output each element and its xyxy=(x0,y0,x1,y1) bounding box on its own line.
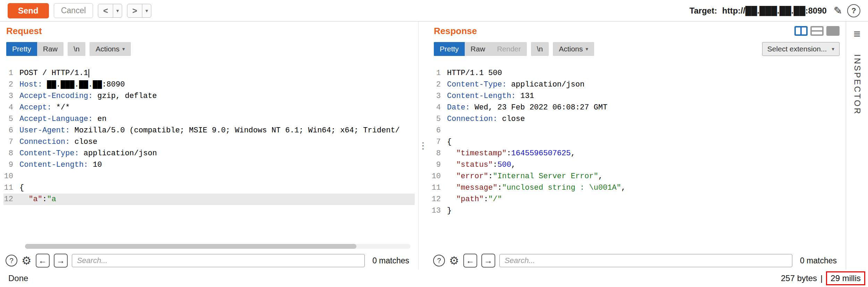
code-line: 1POST / HTTP/1.1 xyxy=(3,67,415,79)
cancel-button[interactable]: Cancel xyxy=(54,3,93,18)
response-tabs: Pretty Raw Render \n Actions ▾ xyxy=(434,42,594,56)
request-tabs: Pretty Raw \n Actions ▾ xyxy=(6,42,131,56)
line-number: 11 xyxy=(3,182,19,194)
line-number: 5 xyxy=(431,113,447,125)
line-content: { xyxy=(447,136,452,148)
line-number: 7 xyxy=(3,136,19,148)
code-line: 10 "error":"Internal Server Error", xyxy=(431,171,842,182)
line-number: 3 xyxy=(3,90,19,102)
code-line: 10 xyxy=(3,171,415,182)
back-button[interactable]: < ▾ xyxy=(98,4,122,18)
response-size: 257 bytes xyxy=(781,273,817,283)
search-settings-gear-icon[interactable]: ⚙ xyxy=(22,255,32,266)
send-button[interactable]: Send xyxy=(8,3,49,18)
tab-render[interactable]: Render xyxy=(491,42,527,56)
actions-label: Actions xyxy=(95,45,119,53)
edit-target-pencil-icon[interactable]: ✎ xyxy=(834,5,842,17)
code-line: 7{ xyxy=(431,136,842,148)
inspector-sidebar[interactable]: ≡ INSPECTOR xyxy=(846,22,868,270)
status-bar: Done 257 bytes | 29 millis xyxy=(0,270,868,287)
line-number: 6 xyxy=(431,125,447,136)
search-settings-gear-icon[interactable]: ⚙ xyxy=(449,255,459,266)
line-number: 8 xyxy=(3,148,19,159)
line-content: Content-Length: 131 xyxy=(447,90,534,102)
line-content: "timestamp":1645596507625, xyxy=(447,148,575,159)
line-number: 1 xyxy=(431,67,447,79)
line-number: 8 xyxy=(431,148,447,159)
response-editor[interactable]: 1HTTP/1.1 5002Content-Type: application/… xyxy=(431,58,842,252)
layout-rows-button[interactable] xyxy=(810,26,824,36)
code-line: 9Content-Length: 10 xyxy=(3,159,415,171)
line-number: 2 xyxy=(431,79,447,90)
line-number: 9 xyxy=(431,159,447,171)
inspector-label[interactable]: INSPECTOR xyxy=(852,54,862,115)
line-content: Accept-Language: en xyxy=(19,113,107,125)
layout-columns-button[interactable] xyxy=(794,26,808,36)
layout-single-button[interactable] xyxy=(826,26,840,36)
response-search-bar: ? ⚙ ← → 0 matches xyxy=(431,252,842,270)
actions-label: Actions xyxy=(559,45,583,53)
search-prev-button[interactable]: ← xyxy=(463,254,477,268)
top-toolbar: Send Cancel < ▾ > ▾ Target: http://██.██… xyxy=(0,0,868,22)
line-content: Accept: */* xyxy=(19,102,70,113)
chevron-down-icon: ▾ xyxy=(122,46,125,52)
repeater-window: Send Cancel < ▾ > ▾ Target: http://██.██… xyxy=(0,0,868,287)
request-editor-wrap: 1POST / HTTP/1.12Host: ██.███.██.██:8090… xyxy=(3,58,415,252)
tab-pretty[interactable]: Pretty xyxy=(6,42,37,56)
line-number: 9 xyxy=(3,159,19,171)
response-search-input[interactable] xyxy=(499,254,792,267)
search-help-icon[interactable]: ? xyxy=(6,255,17,266)
line-number: 4 xyxy=(431,102,447,113)
line-content: Content-Type: application/json xyxy=(19,148,157,159)
line-content: Content-Type: application/json xyxy=(447,79,584,90)
request-title: Request xyxy=(6,26,42,36)
code-line: 13} xyxy=(431,205,842,216)
status-separator: | xyxy=(820,273,823,283)
forward-arrow-icon: > xyxy=(127,4,142,17)
code-line: 4Date: Wed, 23 Feb 2022 06:08:27 GMT xyxy=(431,102,842,113)
code-line: 3Accept-Encoding: gzip, deflate xyxy=(3,90,415,102)
splitter-handle-icon: ⋮ xyxy=(419,140,428,151)
tab-newline-toggle[interactable]: \n xyxy=(531,42,549,56)
response-panel-header: Response xyxy=(431,22,842,40)
status-metrics: 257 bytes | 29 millis xyxy=(781,271,865,285)
code-line: 2Host: ██.███.██.██:8090 xyxy=(3,79,415,90)
response-title: Response xyxy=(434,26,477,36)
request-editor[interactable]: 1POST / HTTP/1.12Host: ██.███.██.██:8090… xyxy=(3,58,415,252)
response-panel: Response Pretty Raw Render \n Actio xyxy=(428,22,846,270)
chevron-down-icon[interactable]: ▾ xyxy=(113,4,122,17)
chevron-down-icon[interactable]: ▾ xyxy=(142,4,151,17)
line-content: User-Agent: Mozilla/5.0 (compatible; MSI… xyxy=(19,125,400,136)
line-content: HTTP/1.1 500 xyxy=(447,67,502,79)
forward-button[interactable]: > ▾ xyxy=(127,4,151,18)
search-help-icon[interactable]: ? xyxy=(433,255,445,266)
target-label: Target: xyxy=(690,6,717,15)
request-search-input[interactable] xyxy=(72,254,365,267)
layout-view-buttons xyxy=(794,26,840,36)
request-view-tab-group: Pretty Raw xyxy=(6,42,64,56)
panel-splitter[interactable]: ⋮ xyxy=(418,22,428,270)
code-line: 3Content-Length: 131 xyxy=(431,90,842,102)
inspector-menu-icon[interactable]: ≡ xyxy=(854,28,861,40)
line-number: 13 xyxy=(431,205,447,216)
help-icon[interactable]: ? xyxy=(847,4,860,17)
select-extension-dropdown[interactable]: Select extension... ▾ xyxy=(762,42,840,56)
request-search-bar: ? ⚙ ← → 0 matches xyxy=(3,252,415,270)
actions-menu-button[interactable]: Actions ▾ xyxy=(553,42,594,56)
search-next-button[interactable]: → xyxy=(481,254,495,268)
request-panel: Request Pretty Raw \n Actions ▾ 1POST / … xyxy=(0,22,418,270)
code-line: 8 "timestamp":1645596507625, xyxy=(431,148,842,159)
tab-pretty[interactable]: Pretty xyxy=(434,42,465,56)
tab-raw[interactable]: Raw xyxy=(37,42,64,56)
request-horizontal-scrollbar[interactable] xyxy=(25,244,411,249)
tab-newline-toggle[interactable]: \n xyxy=(68,42,86,56)
actions-menu-button[interactable]: Actions ▾ xyxy=(90,42,130,56)
tab-raw[interactable]: Raw xyxy=(465,42,491,56)
search-prev-button[interactable]: ← xyxy=(36,254,50,268)
response-match-count: 0 matches xyxy=(800,256,837,265)
request-tabs-row: Pretty Raw \n Actions ▾ xyxy=(3,40,415,58)
scrollbar-thumb[interactable] xyxy=(25,244,356,249)
line-content: Host: ██.███.██.██:8090 xyxy=(19,79,125,90)
line-number: 10 xyxy=(431,171,447,182)
search-next-button[interactable]: → xyxy=(54,254,68,268)
